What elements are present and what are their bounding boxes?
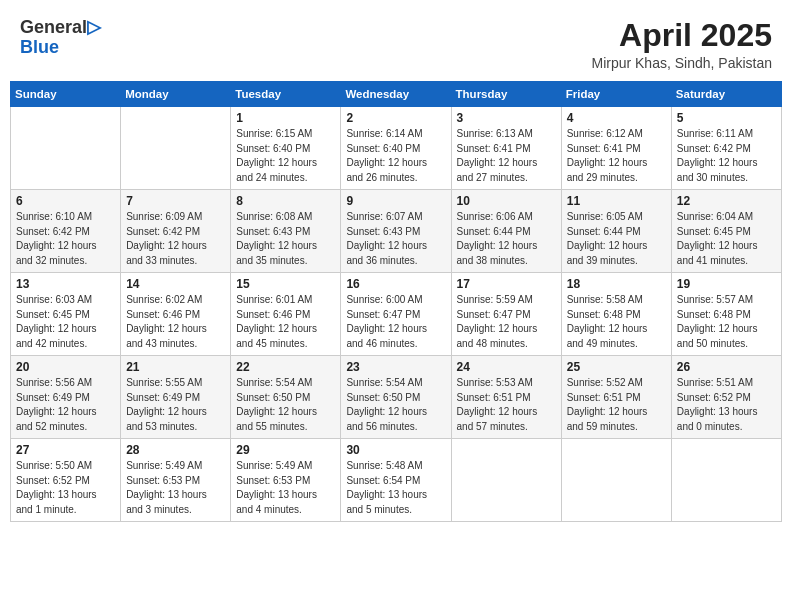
calendar-header-cell: Friday (561, 82, 671, 107)
calendar-cell: 19Sunrise: 5:57 AM Sunset: 6:48 PM Dayli… (671, 273, 781, 356)
calendar-cell: 23Sunrise: 5:54 AM Sunset: 6:50 PM Dayli… (341, 356, 451, 439)
calendar-body: 1Sunrise: 6:15 AM Sunset: 6:40 PM Daylig… (11, 107, 782, 522)
day-number: 3 (457, 111, 556, 125)
day-number: 22 (236, 360, 335, 374)
calendar-cell: 10Sunrise: 6:06 AM Sunset: 6:44 PM Dayli… (451, 190, 561, 273)
calendar-cell: 20Sunrise: 5:56 AM Sunset: 6:49 PM Dayli… (11, 356, 121, 439)
calendar-cell: 27Sunrise: 5:50 AM Sunset: 6:52 PM Dayli… (11, 439, 121, 522)
day-info: Sunrise: 6:11 AM Sunset: 6:42 PM Dayligh… (677, 127, 776, 185)
day-number: 13 (16, 277, 115, 291)
day-info: Sunrise: 5:56 AM Sunset: 6:49 PM Dayligh… (16, 376, 115, 434)
calendar-cell: 16Sunrise: 6:00 AM Sunset: 6:47 PM Dayli… (341, 273, 451, 356)
calendar-cell: 7Sunrise: 6:09 AM Sunset: 6:42 PM Daylig… (121, 190, 231, 273)
day-number: 15 (236, 277, 335, 291)
calendar-cell (561, 439, 671, 522)
calendar-cell: 26Sunrise: 5:51 AM Sunset: 6:52 PM Dayli… (671, 356, 781, 439)
day-number: 8 (236, 194, 335, 208)
calendar-cell (451, 439, 561, 522)
calendar-header-cell: Thursday (451, 82, 561, 107)
day-number: 17 (457, 277, 556, 291)
day-info: Sunrise: 6:03 AM Sunset: 6:45 PM Dayligh… (16, 293, 115, 351)
day-info: Sunrise: 6:14 AM Sunset: 6:40 PM Dayligh… (346, 127, 445, 185)
calendar-cell: 14Sunrise: 6:02 AM Sunset: 6:46 PM Dayli… (121, 273, 231, 356)
calendar-cell: 6Sunrise: 6:10 AM Sunset: 6:42 PM Daylig… (11, 190, 121, 273)
day-info: Sunrise: 6:12 AM Sunset: 6:41 PM Dayligh… (567, 127, 666, 185)
day-info: Sunrise: 6:02 AM Sunset: 6:46 PM Dayligh… (126, 293, 225, 351)
day-info: Sunrise: 6:07 AM Sunset: 6:43 PM Dayligh… (346, 210, 445, 268)
calendar-cell: 8Sunrise: 6:08 AM Sunset: 6:43 PM Daylig… (231, 190, 341, 273)
calendar-cell: 25Sunrise: 5:52 AM Sunset: 6:51 PM Dayli… (561, 356, 671, 439)
day-info: Sunrise: 6:05 AM Sunset: 6:44 PM Dayligh… (567, 210, 666, 268)
day-info: Sunrise: 5:51 AM Sunset: 6:52 PM Dayligh… (677, 376, 776, 434)
calendar-header-cell: Monday (121, 82, 231, 107)
page-header: General▷ Blue April 2025 Mirpur Khas, Si… (10, 10, 782, 75)
title-section: April 2025 Mirpur Khas, Sindh, Pakistan (591, 18, 772, 71)
calendar-cell: 5Sunrise: 6:11 AM Sunset: 6:42 PM Daylig… (671, 107, 781, 190)
calendar-cell: 21Sunrise: 5:55 AM Sunset: 6:49 PM Dayli… (121, 356, 231, 439)
calendar-week-row: 20Sunrise: 5:56 AM Sunset: 6:49 PM Dayli… (11, 356, 782, 439)
day-number: 20 (16, 360, 115, 374)
day-number: 1 (236, 111, 335, 125)
day-number: 14 (126, 277, 225, 291)
calendar-cell: 30Sunrise: 5:48 AM Sunset: 6:54 PM Dayli… (341, 439, 451, 522)
day-number: 26 (677, 360, 776, 374)
day-info: Sunrise: 6:01 AM Sunset: 6:46 PM Dayligh… (236, 293, 335, 351)
calendar-header-cell: Wednesday (341, 82, 451, 107)
calendar-cell (11, 107, 121, 190)
day-info: Sunrise: 5:57 AM Sunset: 6:48 PM Dayligh… (677, 293, 776, 351)
day-number: 12 (677, 194, 776, 208)
calendar-cell: 17Sunrise: 5:59 AM Sunset: 6:47 PM Dayli… (451, 273, 561, 356)
day-number: 11 (567, 194, 666, 208)
day-info: Sunrise: 6:04 AM Sunset: 6:45 PM Dayligh… (677, 210, 776, 268)
calendar-week-row: 6Sunrise: 6:10 AM Sunset: 6:42 PM Daylig… (11, 190, 782, 273)
calendar-header-cell: Saturday (671, 82, 781, 107)
day-number: 25 (567, 360, 666, 374)
calendar-cell: 18Sunrise: 5:58 AM Sunset: 6:48 PM Dayli… (561, 273, 671, 356)
calendar-header-row: SundayMondayTuesdayWednesdayThursdayFrid… (11, 82, 782, 107)
day-number: 10 (457, 194, 556, 208)
day-info: Sunrise: 5:53 AM Sunset: 6:51 PM Dayligh… (457, 376, 556, 434)
calendar-header-cell: Tuesday (231, 82, 341, 107)
day-info: Sunrise: 5:55 AM Sunset: 6:49 PM Dayligh… (126, 376, 225, 434)
month-title: April 2025 (591, 18, 772, 53)
day-info: Sunrise: 6:09 AM Sunset: 6:42 PM Dayligh… (126, 210, 225, 268)
calendar-cell: 2Sunrise: 6:14 AM Sunset: 6:40 PM Daylig… (341, 107, 451, 190)
day-number: 9 (346, 194, 445, 208)
day-number: 19 (677, 277, 776, 291)
location-title: Mirpur Khas, Sindh, Pakistan (591, 55, 772, 71)
day-number: 18 (567, 277, 666, 291)
day-info: Sunrise: 5:52 AM Sunset: 6:51 PM Dayligh… (567, 376, 666, 434)
day-number: 29 (236, 443, 335, 457)
day-number: 24 (457, 360, 556, 374)
calendar-header-cell: Sunday (11, 82, 121, 107)
day-number: 23 (346, 360, 445, 374)
day-info: Sunrise: 5:54 AM Sunset: 6:50 PM Dayligh… (346, 376, 445, 434)
calendar-cell: 4Sunrise: 6:12 AM Sunset: 6:41 PM Daylig… (561, 107, 671, 190)
day-number: 6 (16, 194, 115, 208)
calendar-cell: 3Sunrise: 6:13 AM Sunset: 6:41 PM Daylig… (451, 107, 561, 190)
day-number: 5 (677, 111, 776, 125)
day-info: Sunrise: 6:06 AM Sunset: 6:44 PM Dayligh… (457, 210, 556, 268)
calendar-week-row: 27Sunrise: 5:50 AM Sunset: 6:52 PM Dayli… (11, 439, 782, 522)
day-info: Sunrise: 5:49 AM Sunset: 6:53 PM Dayligh… (236, 459, 335, 517)
day-info: Sunrise: 5:59 AM Sunset: 6:47 PM Dayligh… (457, 293, 556, 351)
calendar-week-row: 13Sunrise: 6:03 AM Sunset: 6:45 PM Dayli… (11, 273, 782, 356)
calendar-cell (671, 439, 781, 522)
day-number: 2 (346, 111, 445, 125)
logo-blue: Blue (20, 37, 59, 57)
calendar-week-row: 1Sunrise: 6:15 AM Sunset: 6:40 PM Daylig… (11, 107, 782, 190)
logo: General▷ Blue (20, 18, 101, 58)
day-info: Sunrise: 5:49 AM Sunset: 6:53 PM Dayligh… (126, 459, 225, 517)
day-info: Sunrise: 5:54 AM Sunset: 6:50 PM Dayligh… (236, 376, 335, 434)
calendar-cell: 13Sunrise: 6:03 AM Sunset: 6:45 PM Dayli… (11, 273, 121, 356)
logo-general: General (20, 17, 87, 37)
day-info: Sunrise: 5:58 AM Sunset: 6:48 PM Dayligh… (567, 293, 666, 351)
calendar-table: SundayMondayTuesdayWednesdayThursdayFrid… (10, 81, 782, 522)
day-info: Sunrise: 5:48 AM Sunset: 6:54 PM Dayligh… (346, 459, 445, 517)
day-info: Sunrise: 5:50 AM Sunset: 6:52 PM Dayligh… (16, 459, 115, 517)
day-number: 30 (346, 443, 445, 457)
day-number: 16 (346, 277, 445, 291)
calendar-cell: 1Sunrise: 6:15 AM Sunset: 6:40 PM Daylig… (231, 107, 341, 190)
day-number: 7 (126, 194, 225, 208)
calendar-cell: 12Sunrise: 6:04 AM Sunset: 6:45 PM Dayli… (671, 190, 781, 273)
